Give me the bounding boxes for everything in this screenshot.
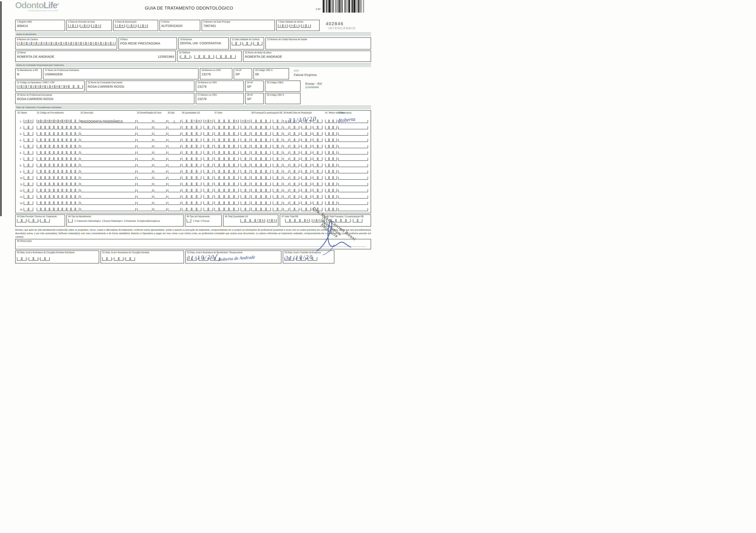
comb-cell — [325, 182, 329, 186]
contratado-row-b: 21-Código na Operadora / CNPJ / CPF 0372… — [15, 81, 371, 92]
barcode-bar — [358, 0, 359, 13]
comb-cell — [318, 145, 322, 148]
signature-line — [338, 139, 368, 142]
comb-cell — [229, 132, 234, 136]
comb-cell — [203, 201, 208, 205]
comb-cell — [192, 176, 196, 180]
comb-cell: 0 — [283, 24, 287, 28]
comb-cell — [203, 126, 208, 129]
tipo-atendimento-options: 1-Tratamento Odontológico 2-Exame Radiol… — [74, 220, 160, 223]
comb-cell — [261, 195, 266, 199]
procedure-code-comb — [37, 126, 79, 129]
comb-cell — [58, 139, 62, 142]
barcode-bar — [323, 0, 324, 13]
comb-cell — [273, 145, 277, 148]
comb-cell — [63, 170, 67, 173]
comb-cell — [58, 195, 62, 199]
authorization-cell — [284, 126, 288, 129]
comb-separator: / — [124, 257, 125, 261]
comb-cell — [71, 132, 75, 136]
field-value: N — [17, 72, 40, 76]
quantity-cell — [168, 158, 181, 161]
comb-cell — [307, 208, 311, 211]
comb-separator: , — [239, 132, 240, 136]
comb-cell: 2 — [52, 42, 56, 45]
authorization-cell — [284, 151, 288, 154]
comb-cell — [251, 120, 256, 123]
tooth-region-cell — [137, 133, 152, 136]
procedure-code-comb — [37, 145, 79, 148]
comb-cell — [241, 145, 245, 148]
comb-cell — [307, 132, 311, 136]
comb-separator: / — [311, 158, 313, 161]
field-profissional-executante: 26-Nome do Profissional Executante ROSA … — [15, 93, 194, 104]
comb-cell — [290, 132, 294, 136]
comb-cell — [71, 195, 75, 199]
franchise-comb: , — [251, 126, 282, 129]
comb-cell — [229, 182, 234, 186]
comb-cell — [208, 151, 213, 154]
comb-cell — [29, 201, 33, 205]
comb-cell — [54, 208, 58, 211]
tabela-comb — [24, 208, 36, 211]
table-column-header: 38-Franquia/Co-participação R$ — [251, 112, 282, 117]
comb-cell — [37, 151, 40, 154]
realization-date-cell: // — [290, 145, 324, 148]
comb-cell — [192, 208, 196, 211]
comb-cell — [290, 164, 294, 167]
comb-cell — [63, 201, 67, 205]
comb-cell — [29, 257, 33, 261]
face-cell — [154, 133, 167, 136]
comb-cell — [208, 164, 213, 167]
comb-cell — [203, 132, 208, 136]
comb-cell — [251, 126, 256, 129]
procedure-description — [80, 208, 136, 211]
comb-cell — [29, 157, 33, 161]
comb-cell — [63, 132, 67, 136]
comb-cell — [185, 55, 190, 59]
comb-cell — [318, 170, 322, 173]
field-label: 26-Nome do Profissional Executante — [17, 94, 193, 96]
field-label: 20-Código CBO S — [255, 69, 287, 71]
comb-cell — [192, 157, 196, 161]
quantity-cell — [168, 202, 181, 205]
comb-cell — [182, 208, 186, 211]
comb-cell: 0 — [24, 120, 28, 123]
comb-separator: / — [39, 219, 40, 223]
comb-cell — [224, 164, 229, 167]
comb-cell — [307, 139, 311, 142]
tabela-comb — [24, 151, 36, 154]
glosa-comb — [325, 201, 337, 205]
comb-cell — [58, 189, 62, 192]
comb-cell — [192, 195, 196, 199]
franchise-comb: , — [251, 120, 282, 123]
comb-cell — [192, 170, 196, 173]
comb-cell — [256, 164, 261, 167]
comb-cell — [197, 157, 202, 161]
comb-cell — [261, 176, 266, 180]
field-label: 51-Data, local e Assinatura do Cirurgião… — [102, 251, 182, 254]
comb-separator: , — [271, 139, 273, 142]
comb-cell: 2 — [138, 24, 143, 28]
comb-cell: 3 — [47, 42, 51, 45]
comb-cell — [67, 157, 71, 161]
comb-cell — [325, 170, 329, 173]
comb-cell — [234, 176, 239, 180]
comb-cell — [219, 176, 224, 180]
comb-separator: / — [241, 42, 242, 45]
comb-cell — [50, 201, 54, 205]
comb-cell — [192, 139, 196, 142]
comb-cell — [329, 126, 333, 129]
comb-separator: / — [300, 139, 301, 142]
comb-cell — [63, 189, 67, 192]
comb-cell — [192, 182, 196, 186]
row-number: 14 — [17, 202, 23, 205]
comb-cell — [208, 208, 213, 211]
comb-cell — [219, 195, 224, 199]
comb-separator: , — [239, 139, 240, 142]
tabela-comb — [24, 157, 36, 161]
signature-cell — [338, 189, 368, 192]
comb-separator: / — [311, 164, 313, 167]
comb-cell — [318, 120, 322, 123]
comb-cell: 0 — [54, 120, 58, 123]
